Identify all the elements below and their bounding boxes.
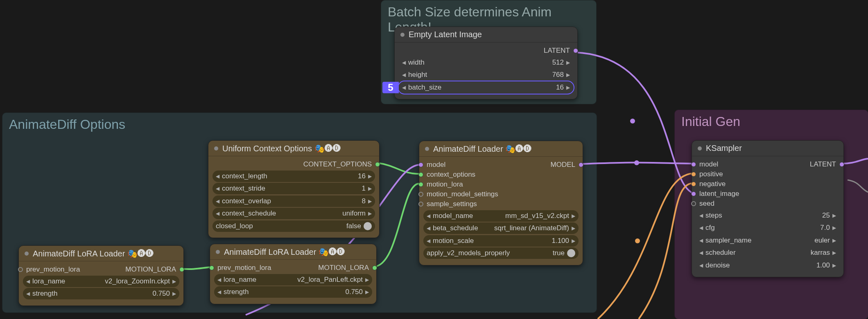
input-port[interactable] [691,182,696,186]
closed-loop-toggle[interactable]: closed_loop false [212,220,375,232]
output-port[interactable] [375,162,380,167]
chevron-left-icon[interactable]: ◀ [699,238,703,243]
chevron-left-icon[interactable]: ◀ [216,173,219,179]
chevron-right-icon[interactable]: ▶ [172,291,176,297]
scheduler-widget[interactable]: ◀scheduler karras▶ [696,247,839,258]
chevron-right-icon[interactable]: ▶ [365,277,369,283]
chevron-left-icon[interactable]: ◀ [216,211,219,216]
toggle-icon[interactable] [567,249,575,257]
chevron-left-icon[interactable]: ◀ [216,186,219,191]
lora-name-widget[interactable]: ◀lora_name v2_lora_PanLeft.ckpt▶ [214,274,372,285]
collapse-dot-icon[interactable] [425,147,429,151]
chevron-right-icon[interactable]: ▶ [368,173,372,179]
chevron-left-icon[interactable]: ◀ [402,60,406,65]
input-port[interactable] [691,172,696,177]
chevron-left-icon[interactable]: ◀ [402,85,406,90]
node-ksampler[interactable]: KSampler model LATENT positive negative … [692,140,844,277]
input-label: sample_settings [427,200,477,208]
node-lora-loader-2[interactable]: AnimateDiff LoRA Loader 🎭🅐🅓 prev_motion_… [210,244,377,304]
chevron-left-icon[interactable]: ◀ [26,279,30,284]
strength-widget[interactable]: ◀strength 0.750▶ [214,286,372,298]
collapse-dot-icon[interactable] [216,250,220,254]
collapse-dot-icon[interactable] [400,33,405,37]
node-lora-loader-1[interactable]: AnimateDiff LoRA Loader 🎭🅐🅓 prev_motion_… [18,245,184,306]
chevron-right-icon[interactable]: ▶ [572,225,575,231]
lora-name-widget[interactable]: ◀lora_name v2_lora_ZoomIn.ckpt▶ [23,276,179,287]
output-port[interactable] [179,267,184,272]
chevron-left-icon[interactable]: ◀ [427,225,430,231]
node-title: Uniform Context Options 🎭🅐🅓 [222,144,341,153]
cfg-widget[interactable]: ◀cfg 7.0▶ [696,222,839,234]
chevron-right-icon[interactable]: ▶ [832,250,836,256]
chevron-left-icon[interactable]: ◀ [699,250,703,256]
input-port[interactable] [18,267,23,272]
input-port[interactable] [209,265,214,270]
strength-widget[interactable]: ◀strength 0.750▶ [23,288,179,299]
width-widget[interactable]: ◀width 512▶ [399,57,573,68]
input-label: context_options [427,171,475,179]
chevron-right-icon[interactable]: ▶ [172,279,176,284]
output-label: MOTION_LORA [318,264,369,272]
node-animatediff-loader[interactable]: AnimateDiff Loader 🎭🅐🅓 model MODEL conte… [419,141,583,265]
sampler-name-widget[interactable]: ◀sampler_name euler▶ [696,235,839,246]
chevron-left-icon[interactable]: ◀ [217,289,221,295]
chevron-left-icon[interactable]: ◀ [699,263,703,268]
node-uniform-context-options[interactable]: Uniform Context Options 🎭🅐🅓 CONTEXT_OPTI… [208,140,380,238]
chevron-left-icon[interactable]: ◀ [699,225,703,231]
apply-v2-toggle[interactable]: apply_v2_models_properly true [423,247,579,259]
context-overlap-widget[interactable]: ◀context_overlap 8▶ [212,195,375,207]
chevron-right-icon[interactable]: ▶ [566,85,570,90]
input-label: model [699,160,718,168]
chevron-right-icon[interactable]: ▶ [566,72,570,78]
input-label: motion_model_settings [427,190,498,198]
input-port[interactable] [691,201,696,206]
collapse-dot-icon[interactable] [25,252,29,256]
toggle-icon[interactable] [364,222,372,230]
context-schedule-widget[interactable]: ◀context_schedule uniform▶ [212,208,375,219]
chevron-right-icon[interactable]: ▶ [368,211,372,216]
output-label: MOTION_LORA [125,265,176,274]
steps-widget[interactable]: ◀steps 25▶ [696,210,839,221]
step-badge: 5 [382,82,399,93]
node-title: KSampler [706,144,742,153]
input-port[interactable] [418,182,423,187]
chevron-left-icon[interactable]: ◀ [216,198,219,204]
batch-size-widget[interactable]: 5 ◀batch_size 16▶ [399,82,573,93]
chevron-right-icon[interactable]: ▶ [368,186,372,191]
chevron-left-icon[interactable]: ◀ [217,277,221,283]
motion-scale-widget[interactable]: ◀motion_scale 1.100▶ [423,235,579,247]
chevron-right-icon[interactable]: ▶ [832,213,836,218]
collapse-dot-icon[interactable] [698,146,702,151]
input-port[interactable] [418,172,423,177]
height-widget[interactable]: ◀height 768▶ [399,69,573,81]
output-port[interactable] [573,48,578,53]
input-port[interactable] [418,202,423,207]
chevron-right-icon[interactable]: ▶ [832,238,836,243]
chevron-left-icon[interactable]: ◀ [427,213,430,219]
context-stride-widget[interactable]: ◀context_stride 1▶ [212,183,375,194]
chevron-left-icon[interactable]: ◀ [699,213,703,218]
chevron-left-icon[interactable]: ◀ [26,291,30,297]
chevron-right-icon[interactable]: ▶ [572,238,575,244]
chevron-right-icon[interactable]: ▶ [572,213,575,219]
input-port[interactable] [691,162,696,167]
chevron-left-icon[interactable]: ◀ [427,238,430,244]
chevron-right-icon[interactable]: ▶ [832,225,836,231]
chevron-right-icon[interactable]: ▶ [365,289,369,295]
context-length-widget[interactable]: ◀context_length 16▶ [212,171,375,182]
chevron-left-icon[interactable]: ◀ [402,72,406,78]
node-empty-latent-image[interactable]: Empty Latent Image LATENT ◀width 512▶ ◀h… [394,27,578,99]
beta-schedule-widget[interactable]: ◀beta_schedule sqrt_linear (AnimateDiff)… [423,222,579,234]
chevron-right-icon[interactable]: ▶ [566,60,570,65]
input-port[interactable] [418,162,423,167]
model-name-widget[interactable]: ◀model_name mm_sd_v15_v2.ckpt▶ [423,210,579,222]
denoise-widget[interactable]: ◀denoise 1.00▶ [696,260,839,271]
collapse-dot-icon[interactable] [214,146,218,151]
input-port[interactable] [691,191,696,196]
output-port[interactable] [579,162,583,167]
chevron-right-icon[interactable]: ▶ [832,263,836,268]
chevron-right-icon[interactable]: ▶ [368,198,372,204]
output-port[interactable] [839,162,844,167]
output-port[interactable] [372,265,377,270]
input-port[interactable] [418,192,423,197]
